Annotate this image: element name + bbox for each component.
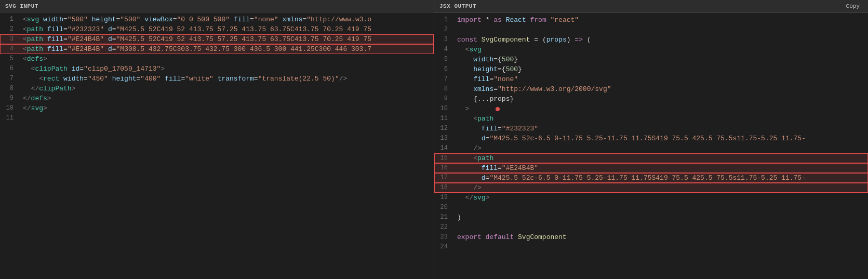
code-line: 5 width={500} [434,55,868,64]
svg-input-header: SVG INPUT [0,0,434,12]
svg-input-panel: SVG INPUT 1 <svg width="500" height="500… [0,0,434,279]
code-line: 14 /> [434,143,868,153]
code-line: 9 {...props} [434,94,868,104]
code-line-highlighted: 4 <path fill="#E24B4B" d="M308.5 432.75C… [0,44,434,54]
code-line: 1 <svg width="500" height="500" viewBox=… [0,15,434,24]
code-line: 2 <path fill="#232323" d="M425.5 52C419 … [0,24,434,34]
code-line: 20 [434,203,868,212]
code-line: 19 </svg> [434,193,868,203]
code-line: 23 export default SvgComponent [434,232,868,242]
code-line: 21 ) [434,212,868,222]
code-line: 3 const SvgComponent = (props) => ( [434,35,868,45]
code-line-highlighted: 18 /> [434,183,868,193]
code-line: 9 </defs> [0,94,434,103]
code-line-highlighted: 16 fill="#E24B4B" [434,163,868,173]
code-line: 1 import * as React from "react" [434,15,868,25]
code-line: 24 [434,242,868,252]
code-line-highlighted: 3 <path fill="#E24B4B" d="M425.5 52C419 … [0,34,434,44]
code-line: 5 <defs> [0,54,434,64]
code-line: 12 fill="#232323" [434,124,868,134]
code-line: 7 fill="none" [434,74,868,84]
code-line: 4 <svg [434,45,868,55]
svg-input-code[interactable]: 1 <svg width="500" height="500" viewBox=… [0,12,434,279]
svg-input-title: SVG INPUT [5,3,38,9]
code-line: 6 height={500} [434,64,868,74]
copy-button[interactable]: Copy [843,2,863,10]
code-line: 11 <path [434,114,868,124]
code-line: 22 [434,222,868,232]
code-line: 11 [0,113,434,123]
code-line: 10 > [434,104,868,114]
code-line: 7 <rect width="450" height="400" fill="w… [0,74,434,84]
code-line: 6 <clipPath id="clip0_17059_14713"> [0,64,434,74]
code-line: 8 xmlns="http://www.w3.org/2000/svg" [434,84,868,94]
code-line: 10 </svg> [0,103,434,113]
jsx-output-panel: JSX OUTPUT Copy 1 import * as React from… [434,0,868,279]
code-line: 8 </clipPath> [0,84,434,94]
code-line: 13 d="M425.5 52c-6.5 0-11.75 5.25-11.75 … [434,134,868,143]
jsx-output-code[interactable]: 1 import * as React from "react" 2 3 con… [434,13,868,279]
jsx-output-title: JSX OUTPUT [439,3,476,9]
code-line-highlighted: 17 d="M425.5 52c-6.5 0-11.75 5.25-11.75 … [434,173,868,183]
code-line-highlighted: 15 <path [434,153,868,163]
jsx-output-header: JSX OUTPUT Copy [434,0,868,13]
code-line: 2 [434,25,868,35]
